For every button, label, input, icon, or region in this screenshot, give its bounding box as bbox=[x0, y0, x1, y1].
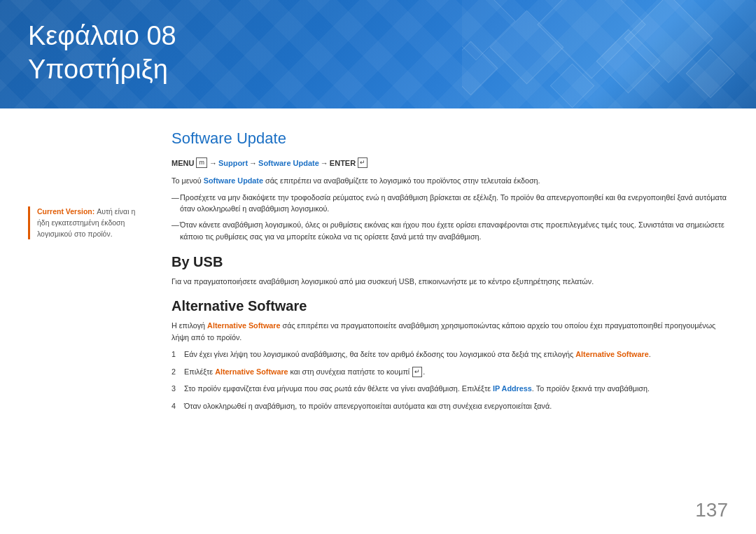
dash-item-2: Όταν κάνετε αναβάθμιση λογισμικού, όλες … bbox=[172, 219, 728, 242]
sidebar-label: Current Version: bbox=[37, 207, 94, 216]
steps-list: 1 Εάν έχει γίνει λήψη του λογισμικού ανα… bbox=[172, 349, 728, 412]
sidebar-note: Current Version: Αυτή είναι η ήδη εγκατε… bbox=[28, 206, 144, 239]
software-update-link: Software Update bbox=[258, 159, 319, 167]
page-content: Current Version: Αυτή είναι η ήδη εγκατε… bbox=[0, 108, 756, 534]
alt-software-step1: Alternative Software bbox=[575, 350, 648, 358]
body-paragraph-1: Το μενού Software Update σάς επιτρέπει ν… bbox=[172, 175, 728, 187]
page-chapter-title: Κεφάλαιο 08 Υποστήριξη bbox=[28, 20, 176, 86]
section3-title: Alternative Software bbox=[172, 298, 728, 314]
step-4: 4 Όταν ολοκληρωθεί η αναβάθμιση, το προϊ… bbox=[172, 400, 728, 412]
arrow3: → bbox=[321, 159, 328, 167]
sidebar: Current Version: Αυτή είναι η ήδη εγκατε… bbox=[28, 129, 158, 520]
chapter-subtitle: Υποστήριξη bbox=[28, 53, 176, 87]
chapter-number: Κεφάλαιο 08 bbox=[28, 20, 176, 53]
section1-title: Software Update bbox=[172, 129, 728, 148]
software-update-mention: Software Update bbox=[204, 176, 263, 185]
main-content: Software Update MENU m → Support → Softw… bbox=[158, 129, 728, 520]
menu-text: MENU bbox=[172, 159, 194, 167]
support-link: Support bbox=[218, 159, 248, 167]
arrow2: → bbox=[249, 159, 257, 167]
page-header: Κεφάλαιο 08 Υποστήριξη bbox=[0, 0, 756, 108]
menu-icon: m bbox=[196, 157, 207, 168]
alt-intro: Η επιλογή Alternative Software σάς επιτρ… bbox=[172, 320, 728, 343]
arrow1: → bbox=[209, 159, 217, 167]
header-decoration bbox=[462, 0, 756, 108]
step-3: 3 Στο προϊόν εμφανίζεται ένα μήνυμα που … bbox=[172, 383, 728, 395]
ip-address-mention: IP Address bbox=[493, 384, 532, 393]
enter-text: ENTER bbox=[330, 159, 356, 167]
alt-software-step2: Alternative Software bbox=[215, 367, 288, 376]
step-2: 2 Επιλέξτε Alternative Software και στη … bbox=[172, 366, 728, 378]
by-usb-text: Για να πραγματοποιήσετε αναβάθμιση λογισ… bbox=[172, 276, 728, 288]
dash-item-1: Προσέχετε να μην διακόψετε την τροφοδοσί… bbox=[172, 192, 728, 215]
step-1: 1 Εάν έχει γίνει λήψη του λογισμικού ανα… bbox=[172, 349, 728, 360]
alt-software-mention: Alternative Software bbox=[207, 321, 280, 330]
menu-navigation: MENU m → Support → Software Update → ENT… bbox=[172, 157, 728, 168]
page-number: 137 bbox=[695, 499, 728, 521]
section2-title: By USB bbox=[172, 254, 728, 270]
enter-icon-step2: ↵ bbox=[412, 367, 422, 377]
enter-icon: ↵ bbox=[358, 157, 368, 168]
